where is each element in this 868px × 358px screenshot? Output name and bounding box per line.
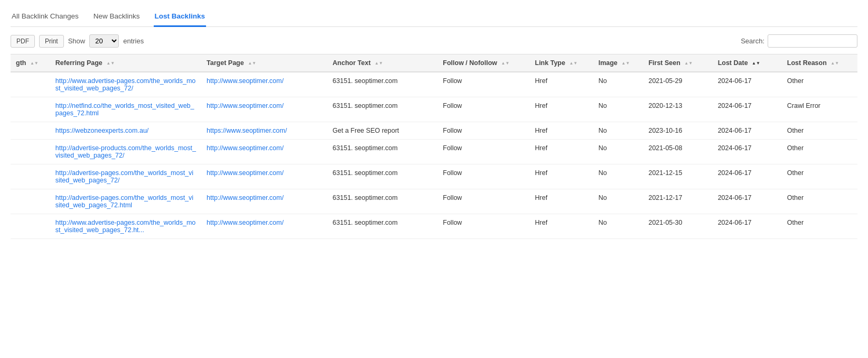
link-target[interactable]: http://www.seoptimer.com/ [207,102,284,109]
cell-target[interactable]: http://www.seoptimer.com/ [201,214,328,239]
table-row: http://www.advertise-pages.com/the_world… [11,72,857,97]
cell-gth [11,164,50,189]
cell-referring[interactable]: http://advertise-products.com/the_worlds… [50,140,201,164]
table-row: http://netfind.co/the_worlds_most_visite… [11,97,857,122]
cell-lostreason: Other [782,140,857,164]
col-header-anchor[interactable]: Anchor Text ▲▼ [328,54,438,72]
sort-icon-follow: ▲▼ [501,61,510,66]
cell-target[interactable]: http://www.seoptimer.com/ [201,189,328,214]
backlinks-table: gth ▲▼ Referring Page ▲▼ Target Page ▲▼ … [11,54,857,239]
cell-gth [11,214,50,239]
show-label: Show [68,37,86,45]
cell-lostdate: 2024-06-17 [713,164,782,189]
link-target[interactable]: https://www.seoptimer.com/ [207,127,287,134]
cell-firstseen: 2021-05-29 [643,72,712,97]
cell-image: No [593,164,643,189]
cell-linktype: Href [530,97,593,122]
link-referring[interactable]: https://webzoneexperts.com.au/ [55,127,148,134]
cell-target[interactable]: http://www.seoptimer.com/ [201,164,328,189]
tab-lost-backlinks[interactable]: Lost Backlinks [154,9,206,27]
link-referring[interactable]: http://www.advertise-pages.com/the_world… [55,77,195,92]
cell-gth [11,140,50,164]
cell-linktype: Href [530,140,593,164]
col-header-gth[interactable]: gth ▲▼ [11,54,50,72]
sort-icon-target: ▲▼ [248,61,256,66]
cell-follow: Follow [437,214,529,239]
cell-referring[interactable]: http://advertise-pages.com/the_worlds_mo… [50,164,201,189]
col-header-target[interactable]: Target Page ▲▼ [201,54,328,72]
cell-anchor: 63151. seoptimer.com [328,164,438,189]
sort-icon-anchor: ▲▼ [375,61,383,66]
cell-image: No [593,122,643,140]
cell-target[interactable]: http://www.seoptimer.com/ [201,140,328,164]
cell-referring[interactable]: http://www.advertise-pages.com/the_world… [50,214,201,239]
search-input[interactable] [768,34,857,48]
link-referring[interactable]: http://advertise-products.com/the_worlds… [55,144,196,159]
col-header-image[interactable]: Image ▲▼ [593,54,643,72]
cell-target[interactable]: http://www.seoptimer.com/ [201,72,328,97]
col-header-lostdate[interactable]: Lost Date ▲▼ [713,54,782,72]
link-target[interactable]: http://www.seoptimer.com/ [207,77,284,85]
table-header-row: gth ▲▼ Referring Page ▲▼ Target Page ▲▼ … [11,54,857,72]
sort-icon-gth: ▲▼ [30,61,39,66]
cell-lostdate: 2024-06-17 [713,97,782,122]
cell-target[interactable]: http://www.seoptimer.com/ [201,97,328,122]
cell-lostreason: Other [782,72,857,97]
link-target[interactable]: http://www.seoptimer.com/ [207,169,284,177]
cell-firstseen: 2021-12-17 [643,189,712,214]
cell-gth [11,97,50,122]
cell-anchor: 63151. seoptimer.com [328,189,438,214]
cell-linktype: Href [530,122,593,140]
table-row: http://advertise-pages.com/the_worlds_mo… [11,164,857,189]
show-entries-select[interactable]: 10 20 50 100 [89,34,119,48]
cell-follow: Follow [437,140,529,164]
cell-referring[interactable]: https://webzoneexperts.com.au/ [50,122,201,140]
cell-gth [11,189,50,214]
cell-follow: Follow [437,72,529,97]
cell-linktype: Href [530,164,593,189]
cell-firstseen: 2021-05-08 [643,140,712,164]
link-target[interactable]: http://www.seoptimer.com/ [207,194,284,201]
link-referring[interactable]: http://www.advertise-pages.com/the_world… [55,219,195,234]
backlinks-table-wrap: gth ▲▼ Referring Page ▲▼ Target Page ▲▼ … [11,54,857,239]
cell-firstseen: 2021-05-30 [643,214,712,239]
cell-image: No [593,140,643,164]
cell-follow: Follow [437,122,529,140]
tab-new-backlinks[interactable]: New Backlinks [92,9,141,27]
cell-referring[interactable]: http://www.advertise-pages.com/the_world… [50,72,201,97]
link-referring[interactable]: http://advertise-pages.com/the_worlds_mo… [55,169,193,184]
cell-lostreason: Other [782,164,857,189]
col-header-referring[interactable]: Referring Page ▲▼ [50,54,201,72]
cell-linktype: Href [530,214,593,239]
cell-follow: Follow [437,97,529,122]
table-row: http://www.advertise-pages.com/the_world… [11,214,857,239]
cell-lostreason: Other [782,122,857,140]
print-button[interactable]: Print [39,35,64,48]
col-header-lostreason[interactable]: Lost Reason ▲▼ [782,54,857,72]
sort-icon-firstseen: ▲▼ [684,61,693,66]
link-target[interactable]: http://www.seoptimer.com/ [207,144,284,152]
col-header-linktype[interactable]: Link Type ▲▼ [530,54,593,72]
link-target[interactable]: http://www.seoptimer.com/ [207,219,284,226]
cell-lostdate: 2024-06-17 [713,72,782,97]
col-header-follow[interactable]: Follow / Nofollow ▲▼ [437,54,529,72]
cell-referring[interactable]: http://netfind.co/the_worlds_most_visite… [50,97,201,122]
sort-icon-lostreason: ▲▼ [830,61,839,66]
cell-lostreason: Crawl Error [782,97,857,122]
link-referring[interactable]: http://advertise-pages.com/the_worlds_mo… [55,194,193,209]
cell-image: No [593,189,643,214]
link-referring[interactable]: http://netfind.co/the_worlds_most_visite… [55,102,194,117]
cell-lostreason: Other [782,189,857,214]
pdf-button[interactable]: PDF [11,35,35,48]
cell-lostreason: Other [782,214,857,239]
tab-all-backlink-changes[interactable]: All Backlink Changes [11,9,80,27]
cell-referring[interactable]: http://advertise-pages.com/the_worlds_mo… [50,189,201,214]
cell-anchor: 63151. seoptimer.com [328,140,438,164]
cell-lostdate: 2024-06-17 [713,122,782,140]
sort-icon-referring: ▲▼ [106,61,115,66]
col-header-firstseen[interactable]: First Seen ▲▼ [643,54,712,72]
table-row: http://advertise-pages.com/the_worlds_mo… [11,189,857,214]
cell-target[interactable]: https://www.seoptimer.com/ [201,122,328,140]
cell-gth [11,122,50,140]
cell-lostdate: 2024-06-17 [713,140,782,164]
